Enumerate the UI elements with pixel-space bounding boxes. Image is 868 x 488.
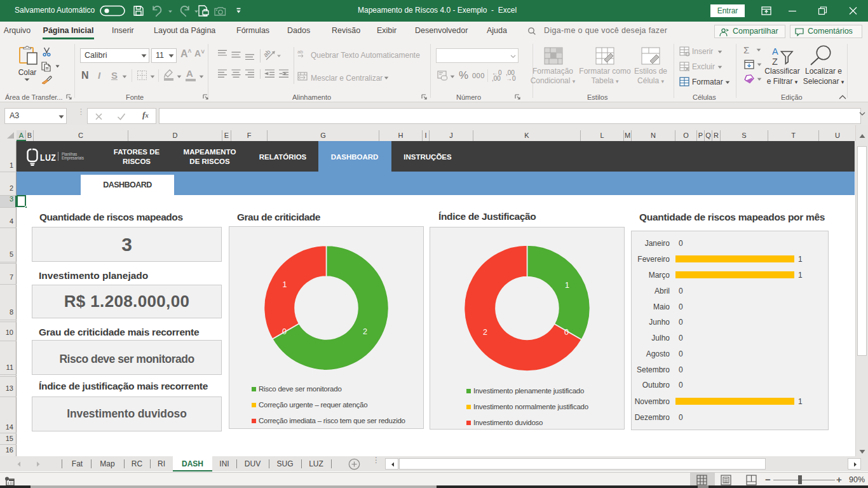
- svg-text:0: 0: [282, 327, 287, 336]
- svg-text:2: 2: [363, 327, 367, 336]
- svg-text:0: 0: [564, 328, 569, 337]
- svg-text:2: 2: [483, 328, 487, 337]
- svg-text:1: 1: [283, 280, 287, 289]
- svg-text:1: 1: [565, 281, 569, 290]
